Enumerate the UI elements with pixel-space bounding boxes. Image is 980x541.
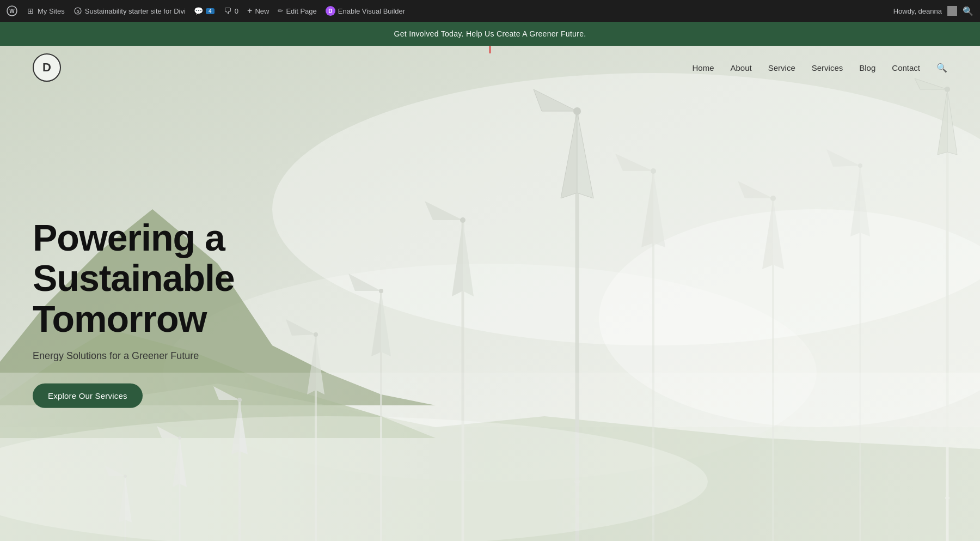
svg-point-27	[858, 163, 862, 168]
admin-bar: W ⊞ My Sites D Sustainability starter si…	[0, 0, 980, 22]
pencil-icon: ✏	[278, 7, 283, 15]
nav-search-icon[interactable]: 🔍	[936, 63, 947, 73]
svg-point-25	[770, 196, 776, 201]
site-logo[interactable]: D	[33, 53, 61, 82]
plus-icon: +	[247, 6, 252, 16]
svg-text:W: W	[9, 8, 15, 14]
comment-count-item[interactable]: 🗨 0	[223, 7, 238, 15]
nav-about[interactable]: About	[731, 63, 752, 72]
hero-content: Powering a Sustainable Tomorrow Energy S…	[33, 217, 414, 408]
admin-bar-right: Howdy, deanna 🔍	[893, 6, 973, 16]
wp-logo-item[interactable]: W	[7, 5, 17, 16]
new-item[interactable]: + New	[247, 6, 269, 16]
svg-point-14	[573, 107, 581, 115]
site-name-item[interactable]: D Sustainability starter site for Divi	[74, 7, 186, 15]
nav-service[interactable]: Service	[768, 63, 795, 72]
my-sites-icon: ⊞	[26, 7, 35, 15]
nav-home[interactable]: Home	[692, 63, 714, 72]
cta-button[interactable]: Explore Our Services	[33, 384, 143, 408]
nav-links: Home About Service Services Blog Contact…	[692, 63, 947, 73]
comment-icon: 🗨	[223, 7, 232, 15]
nav-contact[interactable]: Contact	[892, 63, 920, 72]
edit-page-item[interactable]: ✏ Edit Page	[278, 7, 316, 15]
comments-item[interactable]: 💬 4	[194, 7, 215, 15]
svg-point-17	[460, 217, 465, 223]
comments-icon: 💬	[194, 7, 203, 15]
hero-title: Powering a Sustainable Tomorrow	[33, 217, 414, 339]
site-content: D Home About Service Services Blog Conta…	[0, 46, 980, 541]
svg-point-23	[651, 168, 656, 174]
divi-site-icon: D	[74, 7, 82, 15]
svg-text:D: D	[76, 10, 79, 14]
divi-icon: D	[326, 6, 335, 16]
nav-blog[interactable]: Blog	[859, 63, 875, 72]
banner-text: Get Involved Today. Help Us Create A Gre…	[394, 29, 586, 38]
howdy-text: Howdy, deanna	[893, 7, 942, 15]
nav-services[interactable]: Services	[812, 63, 843, 72]
avatar	[947, 6, 957, 16]
my-sites-item[interactable]: ⊞ My Sites	[26, 7, 65, 15]
search-icon[interactable]: 🔍	[963, 6, 973, 16]
enable-visual-builder-item[interactable]: D Enable Visual Builder	[326, 6, 405, 16]
hero-subtitle: Energy Solutions for a Greener Future	[33, 350, 414, 362]
announcement-banner: Get Involved Today. Help Us Create A Gre…	[0, 22, 980, 46]
